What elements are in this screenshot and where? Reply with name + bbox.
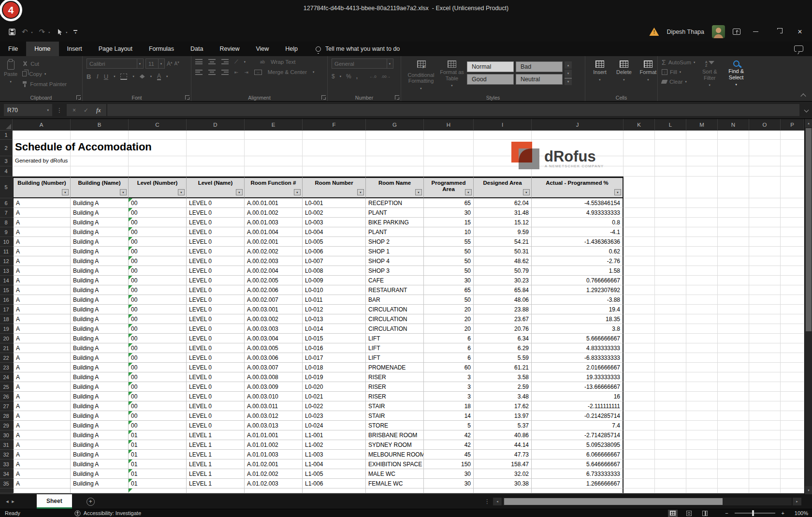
cell-N21[interactable] [718,343,749,353]
cancel-icon[interactable]: × [72,107,76,114]
cell-B36[interactable] [71,488,129,493]
cell-F12[interactable]: L0-007 [303,256,366,266]
zoom-in-button[interactable]: + [782,510,784,516]
cell-H22[interactable]: 6 [424,353,474,363]
cell-O8[interactable] [749,218,781,227]
cell-P27[interactable] [781,401,804,411]
wrap-text-button[interactable]: Wrap Text [271,59,295,65]
horizontal-scroll-thumb[interactable] [504,498,723,505]
filter-button-actual-programmed-[interactable]: ▾ [614,189,621,195]
vertical-scroll-thumb[interactable] [806,128,812,331]
row-number-4[interactable]: 4 [0,166,13,177]
cell-B4[interactable] [71,166,129,177]
row-number-24[interactable]: 24 [0,372,13,382]
cell-F10[interactable]: L0-005 [303,237,366,247]
cell-K26[interactable] [624,392,655,401]
cell-H30[interactable]: 42 [424,430,474,440]
cell-C7[interactable]: 00 [129,208,187,218]
cell-L10[interactable] [655,237,686,247]
cell-J16[interactable]: -3.88 [532,295,624,305]
font-color-icon[interactable]: A [157,73,161,80]
decrease-indent-icon[interactable]: ⇤ [234,70,238,75]
cell-N20[interactable] [718,334,749,343]
filter-button-level-number-[interactable]: ▾ [178,189,185,195]
cell-A33[interactable]: A [13,459,71,469]
customize-qat-icon[interactable]: ▾ [73,30,77,34]
cell-F26[interactable]: L0-021 [303,392,366,401]
cell-D15[interactable]: LEVEL 0 [187,285,245,295]
cell-M5[interactable] [686,177,718,198]
cell-E17[interactable]: A.00.03.001 [245,305,303,314]
cell-P10[interactable] [781,237,804,247]
cell-J29[interactable]: 7.4 [532,421,624,430]
cell-D8[interactable]: LEVEL 0 [187,218,245,227]
cell-O3[interactable] [749,156,781,166]
cell-B16[interactable]: Building A [71,295,129,305]
cell-C1[interactable] [129,131,187,140]
cell-A21[interactable]: A [13,343,71,353]
cell-P14[interactable] [781,276,804,285]
cell-G21[interactable]: LIFT [366,343,424,353]
row-number-14[interactable]: 14 [0,276,13,285]
cell-A13[interactable]: A [13,266,71,276]
cell-O22[interactable] [749,353,781,363]
cell-B11[interactable]: Building A [71,247,129,256]
cell-C22[interactable]: 00 [129,353,187,363]
cell-N10[interactable] [718,237,749,247]
cell-B10[interactable]: Building A [71,237,129,247]
cell-G11[interactable]: SHOP 1 [366,247,424,256]
cell-A25[interactable]: A [13,382,71,392]
cell-M27[interactable] [686,401,718,411]
cell-G35[interactable]: FEMALE WC [366,479,424,488]
normal-view-button[interactable] [668,510,678,517]
cell-H29[interactable]: 5 [424,421,474,430]
row-number-28[interactable]: 28 [0,411,13,421]
cell-A16[interactable]: A [13,295,71,305]
cell-N28[interactable] [718,411,749,421]
cell-O18[interactable] [749,314,781,324]
cell-P19[interactable] [781,324,804,334]
cell-N18[interactable] [718,314,749,324]
row-number-5[interactable]: 5 [0,177,13,198]
cell-B21[interactable]: Building A [71,343,129,353]
cell-G22[interactable]: LIFT [366,353,424,363]
column-header-J[interactable]: J [532,119,624,131]
cell-F35[interactable]: L1-006 [303,479,366,488]
cell-M9[interactable] [686,227,718,237]
cell-N2[interactable] [718,140,749,156]
cell-K2[interactable] [624,140,655,156]
cell-L11[interactable] [655,247,686,256]
cell-C36[interactable] [129,488,187,493]
cell-J12[interactable]: -2.76 [532,256,624,266]
cell-F28[interactable]: L0-023 [303,411,366,421]
cell-F9[interactable]: L0-004 [303,227,366,237]
column-header-F[interactable]: F [303,119,366,131]
cell-K22[interactable] [624,353,655,363]
hscroll-left-icon[interactable]: ◂ [493,498,502,505]
cell-P1[interactable] [781,131,804,140]
cell-B12[interactable]: Building A [71,256,129,266]
cell-G10[interactable]: SHOP 2 [366,237,424,247]
cell-C32[interactable]: 01 [129,450,187,459]
cell-H9[interactable]: 10 [424,227,474,237]
cell-C17[interactable]: 00 [129,305,187,314]
style-good[interactable]: Good [467,74,514,85]
cell-M10[interactable] [686,237,718,247]
gallery-down-icon[interactable]: ▾ [565,70,572,77]
cell-G12[interactable]: SHOP 4 [366,256,424,266]
cell-J13[interactable]: 1.58 [532,266,624,276]
font-dialog-launcher-icon[interactable] [185,95,189,100]
cell-A6[interactable]: A [13,198,71,208]
cell-D17[interactable]: LEVEL 0 [187,305,245,314]
alignment-dialog-launcher-icon[interactable] [321,95,326,100]
cell-I6[interactable]: 62.04 [474,198,532,208]
cell-K13[interactable] [624,266,655,276]
shrink-font-icon[interactable]: A▾ [174,60,179,66]
cell-G34[interactable]: MALE WC [366,469,424,479]
cell-B5[interactable]: Building (Name)▾ [71,177,129,198]
cell-D33[interactable]: LEVEL 1 [187,459,245,469]
cell-P6[interactable] [781,198,804,208]
cell-J26[interactable]: 16 [532,392,624,401]
cell-I21[interactable]: 6.29 [474,343,532,353]
cell-D9[interactable]: LEVEL 0 [187,227,245,237]
